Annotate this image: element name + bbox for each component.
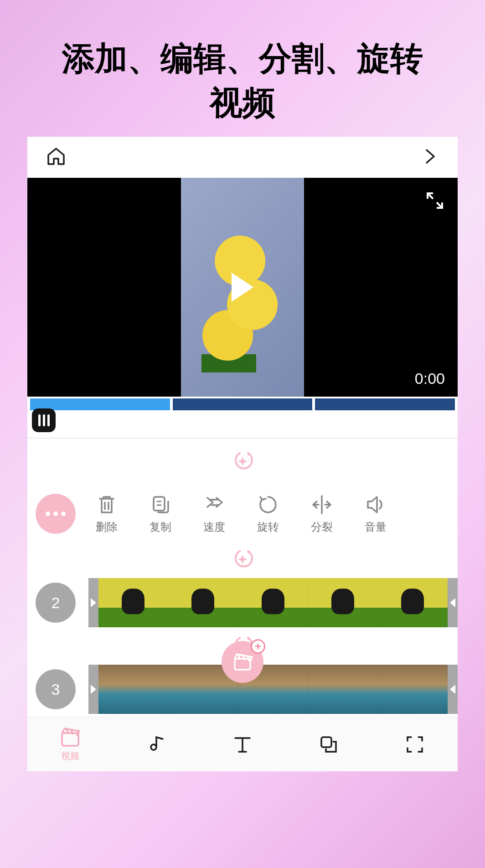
app-frame: 0:00 删除 — [27, 137, 458, 771]
svg-rect-5 — [62, 733, 78, 746]
tool-volume-label: 音量 — [365, 520, 387, 534]
plus-badge: + — [251, 639, 265, 654]
transition-button-2[interactable] — [232, 548, 253, 570]
clip-row-3: 3 + — [27, 662, 458, 717]
clip-number-2[interactable]: 2 — [36, 583, 76, 623]
svg-point-2 — [248, 551, 250, 553]
tools-row: 删除 复制 速度 旋转 分裂 音量 — [27, 484, 458, 543]
promo-title: 添加、编辑、分割、旋转 视频 — [0, 0, 485, 125]
tool-speed[interactable]: 速度 — [197, 493, 232, 534]
aspect-ratio-icon — [404, 734, 426, 755]
frame — [238, 578, 308, 627]
tool-delete-label: 删除 — [96, 520, 118, 534]
nav-music[interactable] — [145, 734, 167, 755]
frame — [378, 578, 448, 627]
home-button[interactable] — [46, 146, 67, 169]
nav-video-label: 视频 — [61, 750, 79, 762]
bottom-nav: 视频 — [27, 717, 458, 771]
svg-point-0 — [248, 453, 250, 455]
music-icon — [145, 734, 167, 755]
more-button[interactable] — [36, 494, 76, 534]
trash-icon — [95, 493, 118, 516]
clip-frames-3[interactable] — [98, 665, 448, 714]
rotate-icon — [257, 493, 279, 516]
chevron-right-icon — [421, 147, 439, 165]
nav-aspect[interactable] — [404, 734, 426, 755]
frame — [98, 665, 168, 714]
tools-scroll[interactable]: 删除 复制 速度 旋转 分裂 音量 — [89, 493, 458, 534]
sparkle-icon — [232, 450, 253, 472]
tool-volume[interactable]: 音量 — [358, 493, 393, 534]
clip-number-3[interactable]: 3 — [36, 669, 76, 709]
speed-icon — [203, 493, 226, 516]
next-button[interactable] — [421, 147, 439, 167]
clip-track-3[interactable] — [88, 665, 458, 714]
clapperboard-icon — [232, 651, 253, 672]
split-icon — [310, 493, 333, 516]
clip-handle-left-2[interactable] — [88, 578, 98, 627]
promo-title-line1: 添加、编辑、分割、旋转 — [0, 36, 485, 81]
transition-row-2 — [27, 543, 458, 575]
clip-track-2[interactable] — [88, 578, 458, 627]
tool-delete[interactable]: 删除 — [89, 493, 124, 534]
play-button[interactable] — [232, 273, 253, 302]
svg-point-3 — [248, 637, 250, 640]
frame — [308, 578, 378, 627]
clip-frames-2[interactable] — [98, 578, 448, 627]
sparkle-icon — [232, 548, 253, 570]
segment-3[interactable] — [315, 398, 455, 410]
clip-handle-right-3[interactable] — [448, 665, 458, 714]
segment-2[interactable] — [173, 398, 313, 410]
frame — [308, 665, 378, 714]
tool-split-label: 分裂 — [311, 520, 333, 534]
tool-rotate-label: 旋转 — [257, 520, 279, 534]
expand-icon — [425, 191, 445, 211]
svg-rect-1 — [154, 497, 165, 511]
nav-layers[interactable] — [318, 734, 340, 755]
layers-icon — [318, 734, 340, 755]
playhead-handle[interactable] — [32, 408, 56, 432]
video-icon — [59, 727, 81, 749]
playhead-track — [27, 410, 458, 438]
topbar — [27, 137, 458, 178]
tool-rotate[interactable]: 旋转 — [251, 493, 285, 534]
home-icon — [46, 146, 67, 167]
clip-handle-right-2[interactable] — [448, 578, 458, 627]
video-preview: 0:00 — [27, 178, 458, 397]
tool-copy-label: 复制 — [150, 520, 171, 534]
clip-handle-left-3[interactable] — [88, 665, 98, 714]
frame — [378, 665, 448, 714]
frame — [98, 578, 168, 627]
clip-row-2: 2 — [27, 575, 458, 630]
tool-split[interactable]: 分裂 — [304, 493, 339, 534]
timeline-segments[interactable] — [27, 397, 458, 410]
add-clip-overlay: + — [222, 641, 263, 683]
tool-speed-label: 速度 — [203, 520, 225, 534]
nav-text[interactable] — [232, 734, 253, 755]
add-clip-button[interactable]: + — [222, 641, 263, 683]
copy-icon — [149, 493, 172, 516]
tool-copy[interactable]: 复制 — [143, 493, 178, 534]
volume-icon — [364, 493, 387, 516]
fullscreen-button[interactable] — [425, 191, 445, 211]
promo-title-line2: 视频 — [0, 81, 485, 125]
svg-rect-6 — [321, 737, 331, 747]
svg-rect-4 — [235, 659, 250, 670]
text-icon — [232, 734, 253, 755]
playback-time: 0:00 — [415, 370, 445, 388]
transition-button-1[interactable] — [232, 450, 253, 472]
nav-video[interactable]: 视频 — [59, 727, 81, 762]
transition-row-1 — [27, 439, 458, 484]
frame — [168, 578, 238, 627]
